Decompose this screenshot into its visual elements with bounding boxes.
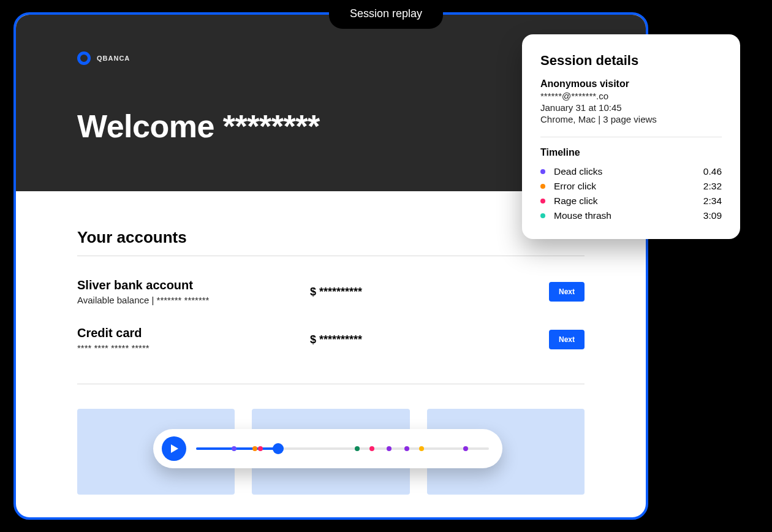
track-marker-icon[interactable] (404, 446, 409, 451)
account-row: Credit card **** **** ***** ***** $ ****… (77, 326, 585, 353)
track-marker-icon[interactable] (355, 446, 360, 451)
timeline-row[interactable]: Mouse thrash3:09 (540, 208, 722, 223)
timeline-label: Mouse thrash (554, 210, 703, 221)
play-icon (169, 444, 179, 454)
track-marker-icon[interactable] (232, 446, 237, 451)
play-button[interactable] (162, 436, 186, 461)
timeline-time: 3:09 (703, 210, 722, 221)
playback-bar (153, 429, 502, 468)
timeline-label: Error click (554, 181, 703, 192)
account-amount: $ ********** (310, 286, 549, 298)
account-subline: **** **** ***** ***** (77, 343, 310, 353)
account-amount: $ ********** (310, 333, 549, 346)
brand-name: QBANCA (97, 55, 130, 62)
account-row: Sliver bank account Available balance | … (77, 278, 585, 305)
timeline-label: Dead clicks (554, 166, 703, 177)
account-subline: Available balance | ******* ******* (77, 295, 310, 305)
timeline-dot-icon (540, 169, 545, 174)
visitor-datetime: January 31 at 10:45 (540, 102, 722, 113)
timeline-time: 2:32 (703, 181, 722, 192)
playback-track[interactable] (196, 447, 489, 450)
track-marker-icon[interactable] (419, 446, 424, 451)
timeline-label: Rage click (554, 196, 703, 207)
account-name: Sliver bank account (77, 278, 310, 292)
track-marker-icon[interactable] (463, 446, 468, 451)
brand-logo: QBANCA (77, 51, 585, 65)
logo-icon (77, 51, 91, 65)
accounts-title: Your accounts (77, 228, 585, 247)
timeline-title: Timeline (540, 147, 722, 158)
track-marker-icon[interactable] (258, 446, 263, 451)
timeline-dot-icon (540, 199, 545, 203)
timeline-row[interactable]: Rage click2:34 (540, 194, 722, 208)
account-name: Credit card (77, 326, 310, 340)
track-progress (196, 447, 278, 450)
session-details-panel: Session details Anonymous visitor ******… (522, 34, 740, 239)
next-button[interactable]: Next (549, 330, 585, 349)
session-replay-tab: Session replay (329, 0, 443, 29)
svg-marker-0 (171, 444, 178, 453)
details-title: Session details (540, 53, 722, 69)
timeline-dot-icon (540, 184, 545, 189)
timeline-dot-icon (540, 213, 545, 218)
timeline-list: Dead clicks0.46Error click2:32Rage click… (540, 164, 722, 223)
divider (540, 137, 722, 137)
timeline-row[interactable]: Error click2:32 (540, 179, 722, 194)
track-thumb[interactable] (273, 443, 284, 454)
timeline-time: 0.46 (703, 166, 722, 177)
tab-label: Session replay (350, 7, 422, 20)
track-marker-icon[interactable] (252, 446, 257, 451)
visitor-email: ******@*******.co (540, 91, 722, 101)
divider (77, 256, 585, 256)
visitor-name: Anonymous visitor (540, 78, 722, 89)
track-marker-icon[interactable] (387, 446, 392, 451)
next-button[interactable]: Next (549, 282, 585, 302)
track-marker-icon[interactable] (369, 446, 374, 451)
welcome-heading: Welcome ******** (77, 108, 585, 145)
timeline-row[interactable]: Dead clicks0.46 (540, 164, 722, 179)
timeline-time: 2:34 (703, 196, 722, 207)
visitor-client: Chrome, Mac | 3 page views (540, 114, 722, 124)
